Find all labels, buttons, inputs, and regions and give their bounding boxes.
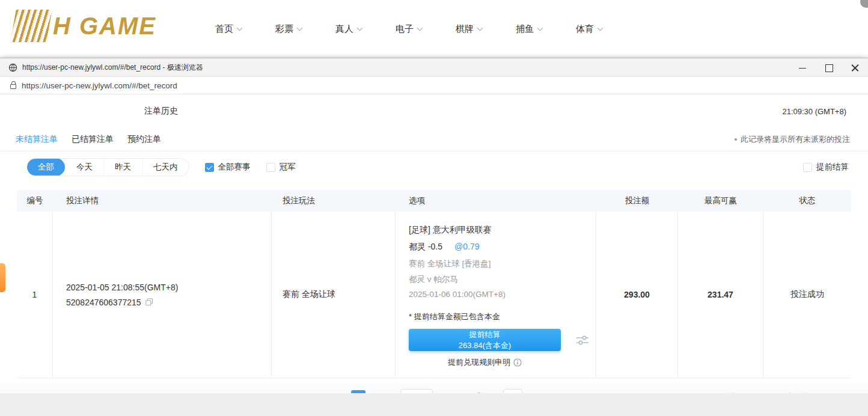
page-head: 注单历史 21:09:30 (GMT+8) (0, 94, 868, 127)
early-settle-checkbox-group[interactable]: 提前结算 (803, 162, 849, 173)
chevron-down-icon (417, 25, 423, 31)
tabs-row: 未结算注单 已结算注单 预约注单 此记录将显示所有未派彩的投注 (0, 127, 868, 151)
nav-item-sports[interactable]: 体育 (576, 23, 602, 35)
bet-details-cell: 2025-01-05 21:08:55(GMT+8) 5208247606377… (53, 212, 272, 378)
main-nav: 首页 彩票 真人 电子 棋牌 捕鱼 体育 (215, 0, 602, 58)
info-icon (513, 358, 522, 367)
nav-label: 棋牌 (456, 23, 474, 35)
checkbox-icon[interactable] (266, 163, 275, 172)
window-controls (798, 58, 860, 77)
col-header-options: 选项 (396, 195, 596, 206)
table-header-row: 编号 投注详情 投注玩法 选项 投注额 最高可赢 状态 (17, 190, 851, 212)
bet-options-cell: [足球] 意大利甲级联赛 都灵 -0.5 @0.79 赛前 全场让球 [香港盘]… (396, 212, 596, 378)
nav-item-home[interactable]: 首页 (215, 23, 242, 35)
tab-reserved[interactable]: 预约注单 (127, 134, 161, 145)
nav-label: 体育 (576, 23, 594, 35)
nav-label: 首页 (215, 23, 233, 35)
cashout-slider-icon[interactable] (575, 334, 590, 346)
max-win: 231.47 (708, 290, 733, 299)
all-events-checkbox-group[interactable]: 全部赛事 (205, 162, 251, 173)
cashout-note: * 提前结算金额已包含本金 (409, 311, 596, 322)
maximize-icon[interactable] (825, 64, 833, 72)
range-all[interactable]: 全部 (27, 158, 65, 176)
col-header-details: 投注详情 (53, 195, 272, 206)
max-win-cell: 231.47 (678, 212, 763, 378)
nav-label: 彩票 (275, 23, 293, 35)
match-teams: 都灵 v 帕尔马 (409, 274, 596, 285)
range-7days[interactable]: 七天内 (142, 159, 189, 176)
date-range-group: 全部 今天 昨天 七天内 (26, 158, 189, 176)
site-logo[interactable]: H GAME (13, 10, 156, 42)
range-today[interactable]: 今天 (65, 159, 103, 176)
address-bar[interactable]: https://user-pc-new.jylywl.com/#/bet_rec… (0, 77, 868, 94)
champion-checkbox-group[interactable]: 冠军 (266, 162, 296, 173)
nav-item-lottery[interactable]: 彩票 (275, 23, 302, 35)
nav-label: 电子 (396, 23, 414, 35)
nav-item-live[interactable]: 真人 (335, 23, 362, 35)
match-time: 2025-01-06 01:00(GMT+8) (409, 290, 596, 299)
col-header-id: 编号 (17, 195, 53, 206)
bets-table: 编号 投注详情 投注玩法 选项 投注额 最高可赢 状态 1 2025-01-05… (17, 190, 851, 378)
bullet-icon (735, 138, 737, 141)
chevron-down-icon (598, 25, 604, 31)
pick-selection: 都灵 -0.5 (409, 242, 442, 252)
row-id-cell: 1 (17, 212, 53, 378)
col-header-amount: 投注额 (596, 195, 678, 206)
nav-label: 捕鱼 (516, 23, 534, 35)
status-badge: 投注成功 (790, 289, 824, 300)
all-events-label: 全部赛事 (218, 162, 251, 173)
minimize-icon[interactable] (798, 64, 807, 72)
chevron-down-icon (477, 25, 483, 31)
odds-value: @0.79 (454, 242, 479, 252)
bet-number: 5208247606377215 (66, 298, 141, 307)
cashout-button[interactable]: 提前结算 263.84(含本金) (409, 329, 561, 351)
nav-item-cards[interactable]: 棋牌 (456, 23, 482, 35)
market-type: 赛前 全场让球 [香港盘] (409, 258, 596, 269)
nav-item-slots[interactable]: 电子 (396, 23, 422, 35)
early-settle-label: 提前结算 (816, 162, 849, 173)
logo-text: H GAME (53, 13, 156, 40)
close-icon[interactable] (851, 64, 860, 72)
chevron-down-icon (237, 25, 243, 31)
chevron-down-icon (297, 25, 303, 31)
bet-play-cell: 赛前 全场让球 (272, 212, 396, 378)
cashout-rules-link[interactable]: 提前兑现规则申明 (409, 357, 561, 368)
cashout-rules-text: 提前兑现规则申明 (448, 357, 510, 368)
nav-item-fishing[interactable]: 捕鱼 (516, 23, 542, 35)
browser-window: https://user-pc-new.jylywl.com/#/bet_rec… (0, 58, 868, 416)
row-id: 1 (32, 290, 37, 299)
checkbox-checked-icon[interactable] (205, 163, 214, 172)
bet-amount-cell: 293.00 (596, 212, 678, 378)
status-cell: 投注成功 (763, 212, 851, 378)
url-text[interactable]: https://user-pc-new.jylywl.com/#/bet_rec… (22, 81, 177, 90)
page-title: 注单历史 (144, 106, 178, 117)
cashout-button-amount: 263.84(含本金) (459, 340, 511, 351)
bet-play: 赛前 全场让球 (283, 289, 395, 300)
page-content: 注单历史 21:09:30 (GMT+8) 未结算注单 已结算注单 预约注单 此… (0, 94, 868, 416)
checkbox-icon[interactable] (803, 163, 812, 172)
side-widget-tab[interactable] (0, 263, 5, 292)
bet-amount: 293.00 (624, 290, 650, 299)
tab-note: 此记录将显示所有未派彩的投注 (735, 134, 850, 145)
col-header-status: 状态 (763, 195, 851, 206)
site-header: H GAME 首页 彩票 真人 电子 棋牌 捕鱼 体育 (0, 0, 868, 58)
col-header-maxwin: 最高可赢 (678, 195, 763, 206)
page-background-strip (0, 393, 868, 416)
server-clock: 21:09:30 (GMT+8) (782, 106, 846, 115)
chevron-down-icon (537, 25, 543, 31)
help-circle-icon[interactable] (860, 0, 868, 8)
col-header-play: 投注玩法 (272, 195, 396, 206)
table-row: 1 2025-01-05 21:08:55(GMT+8) 52082476063… (17, 212, 851, 378)
favicon-globe-icon (8, 63, 17, 72)
filter-row: 全部 今天 昨天 七天内 全部赛事 冠军 提前结算 (0, 151, 868, 183)
logo-stripes-icon (10, 10, 52, 42)
league-name: [足球] 意大利甲级联赛 (409, 225, 596, 236)
bet-time: 2025-01-05 21:08:55(GMT+8) (66, 283, 271, 292)
champion-label: 冠军 (280, 162, 296, 173)
nav-label: 真人 (335, 23, 353, 35)
copy-icon[interactable] (145, 298, 153, 306)
tab-unsettled[interactable]: 未结算注单 (16, 134, 58, 145)
range-yesterday[interactable]: 昨天 (103, 159, 142, 176)
tab-settled[interactable]: 已结算注单 (72, 134, 114, 145)
cashout-button-title: 提前结算 (469, 329, 501, 340)
